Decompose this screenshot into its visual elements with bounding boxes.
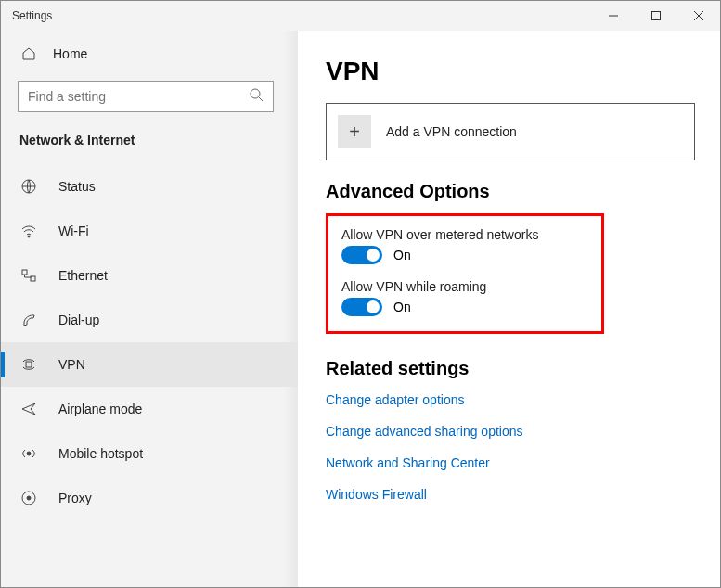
svg-line-5 <box>259 97 263 101</box>
proxy-icon <box>19 490 38 506</box>
page-title: VPN <box>326 57 689 86</box>
svg-rect-10 <box>26 362 32 367</box>
roaming-toggle-state: On <box>393 300 411 314</box>
status-icon <box>19 178 38 195</box>
nav-status[interactable]: Status <box>1 164 298 209</box>
titlebar: Settings <box>1 1 720 31</box>
minimize-button[interactable] <box>592 1 635 31</box>
home-icon <box>19 46 38 61</box>
nav-label: Proxy <box>58 491 92 505</box>
dialup-icon <box>19 312 38 328</box>
advanced-options-heading: Advanced Options <box>326 181 689 202</box>
highlighted-options: Allow VPN over metered networks On Allow… <box>326 213 604 334</box>
wifi-icon <box>19 223 38 239</box>
section-title: Network & Internet <box>1 120 298 164</box>
plus-icon: + <box>338 115 371 148</box>
add-vpn-button[interactable]: + Add a VPN connection <box>326 103 695 160</box>
nav-label: Airplane mode <box>58 402 142 416</box>
svg-point-13 <box>27 496 31 500</box>
search-icon <box>249 87 264 106</box>
svg-point-11 <box>27 452 31 455</box>
window-title: Settings <box>12 9 52 22</box>
nav-dialup[interactable]: Dial-up <box>1 298 298 342</box>
related-settings-heading: Related settings <box>326 358 689 379</box>
close-button[interactable] <box>677 1 720 31</box>
nav-label: Wi-Fi <box>58 224 89 238</box>
roaming-toggle[interactable] <box>341 298 382 316</box>
nav-label: VPN <box>58 357 85 372</box>
link-sharing-options[interactable]: Change advanced sharing options <box>326 424 689 439</box>
svg-point-4 <box>251 89 260 98</box>
svg-rect-1 <box>652 12 661 20</box>
metered-option-label: Allow VPN over metered networks <box>341 227 588 242</box>
nav-hotspot[interactable]: Mobile hotspot <box>1 431 298 476</box>
home-nav[interactable]: Home <box>1 34 298 73</box>
search-box[interactable] <box>18 81 274 112</box>
ethernet-icon <box>19 267 38 284</box>
link-adapter-options[interactable]: Change adapter options <box>326 392 689 407</box>
link-network-center[interactable]: Network and Sharing Center <box>326 455 689 470</box>
sidebar: Home Network & Internet Status Wi-Fi Eth… <box>1 31 298 587</box>
add-vpn-label: Add a VPN connection <box>386 124 517 139</box>
nav-proxy[interactable]: Proxy <box>1 476 298 520</box>
link-firewall[interactable]: Windows Firewall <box>326 487 689 502</box>
maximize-button[interactable] <box>635 1 677 31</box>
metered-toggle-state: On <box>393 248 411 262</box>
vpn-icon <box>19 356 38 373</box>
airplane-icon <box>19 401 38 417</box>
nav-label: Dial-up <box>58 313 99 327</box>
svg-point-7 <box>28 236 30 237</box>
search-input[interactable] <box>28 89 249 104</box>
content-area: VPN + Add a VPN connection Advanced Opti… <box>298 31 720 587</box>
nav-ethernet[interactable]: Ethernet <box>1 253 298 298</box>
nav-airplane[interactable]: Airplane mode <box>1 387 298 431</box>
svg-rect-8 <box>22 270 27 275</box>
hotspot-icon <box>19 445 38 462</box>
home-label: Home <box>53 46 87 61</box>
nav-wifi[interactable]: Wi-Fi <box>1 209 298 253</box>
nav-vpn[interactable]: VPN <box>1 342 298 387</box>
nav-label: Status <box>58 179 96 194</box>
roaming-option-label: Allow VPN while roaming <box>341 279 588 294</box>
nav-label: Ethernet <box>58 268 108 283</box>
metered-toggle[interactable] <box>341 246 382 264</box>
nav-label: Mobile hotspot <box>58 446 143 461</box>
